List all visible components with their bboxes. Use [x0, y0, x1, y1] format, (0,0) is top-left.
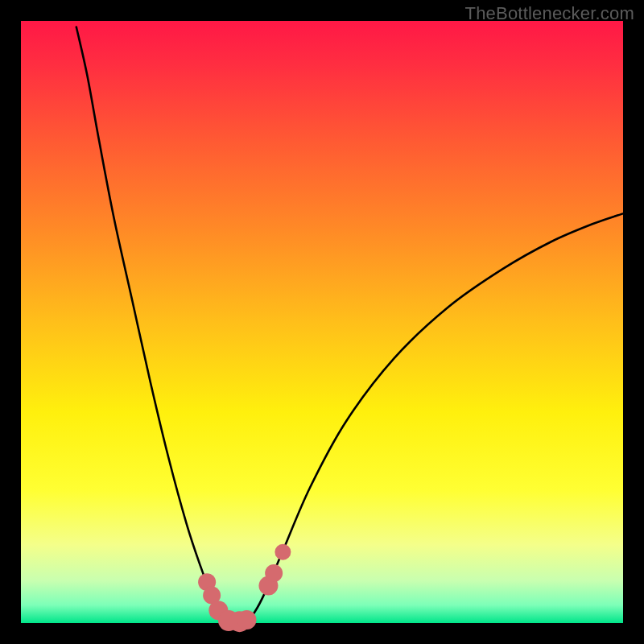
marker-right-cluster: [275, 544, 291, 560]
marker-right-cluster: [265, 564, 283, 582]
chart-container: TheBottlenecker.com: [0, 0, 644, 644]
marker-left-cluster: [237, 610, 257, 630]
chart-svg: [0, 0, 644, 644]
plot-area: [21, 21, 623, 623]
watermark-label: TheBottlenecker.com: [465, 3, 634, 24]
